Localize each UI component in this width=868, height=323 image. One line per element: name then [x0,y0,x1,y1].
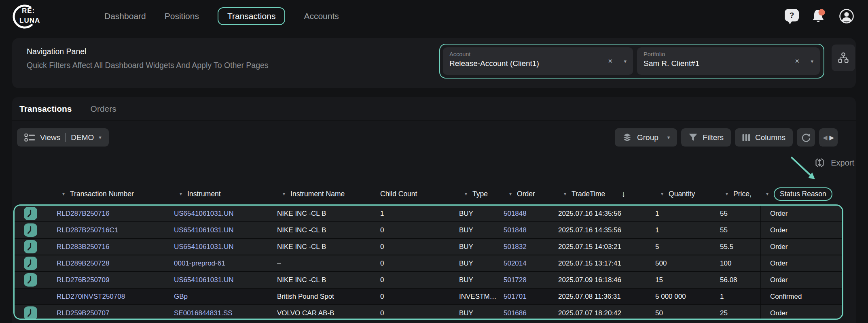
tab-transactions[interactable]: Transactions [19,104,72,114]
table-toolbar: Group ▾ Filters Columns ◀ ▶ [615,128,838,147]
table-row[interactable]: RLD276B250709US6541061031.UNNIKE INC -CL… [15,272,842,288]
cell-order[interactable]: 501728 [504,272,558,288]
portfolio-caret-icon[interactable]: ▾ [811,58,813,64]
tab-bar: Transactions Orders [12,97,856,120]
column-header-tradetime[interactable]: ▾TradeTime↓ [558,189,655,199]
portfolio-clear-icon[interactable]: × [795,57,799,66]
columns-button[interactable]: Columns [735,128,793,147]
table-row[interactable]: RLD259B250707SE0016844831.SSVOLVO CAR AB… [15,305,842,320]
filters-button[interactable]: Filters [681,128,731,147]
column-menu-icon[interactable]: ▾ [283,191,285,197]
cell-order[interactable]: 501686 [504,305,558,320]
cell-tradetime: 2025.07.08 11:36:31 [558,289,655,304]
quick-filters-group: Account Release-Account (Client1) × ▾ Po… [439,44,824,79]
portfolio-select[interactable]: Portfolio Sam R. Client#1 × ▾ [637,47,820,75]
cell-txn[interactable]: RLD287B250716C1 [57,222,174,238]
cell-order[interactable]: 501848 [504,206,558,221]
notifications-button[interactable] [810,7,828,25]
column-header-order[interactable]: ▾Order [504,190,558,198]
cell-order[interactable]: 502014 [504,255,558,271]
cell-instrument[interactable]: 0001-preprod-61 [174,255,277,271]
group-button[interactable]: Group ▾ [615,128,677,147]
column-header-name[interactable]: ▾Instrument Name [277,190,380,198]
column-menu-icon[interactable]: ▾ [62,191,65,197]
column-label-name: Instrument Name [290,190,345,198]
cell-child: 0 [380,255,459,271]
help-button[interactable]: ? [785,8,799,24]
brand-text-bottom: LUNA [19,17,40,25]
cell-status: Order [760,239,843,255]
cell-txn[interactable]: RLD259B250707 [57,305,174,320]
column-menu-icon[interactable]: ▾ [661,191,663,197]
column-menu-icon[interactable]: ▾ [564,191,566,197]
cell-txn[interactable]: RLD276B250709 [57,272,174,288]
account-select[interactable]: Account Release-Account (Client1) × ▾ [443,47,633,75]
nav-item-accounts[interactable]: Accounts [304,11,339,21]
cell-txn[interactable]: RLD283B250716 [57,239,174,255]
export-button[interactable]: Export [814,157,854,168]
cell-txn[interactable]: RLD289B250728 [57,255,174,271]
nav-item-transactions[interactable]: Transactions [218,7,285,25]
cell-txn[interactable]: RLD270INVST250708 [57,289,174,304]
cell-order[interactable]: 501848 [504,222,558,238]
top-navigation: Dashboard Positions Transactions Account… [104,0,339,32]
table-row[interactable]: RLD287B250716US6541061031.UNNIKE INC -CL… [15,206,842,221]
nav-item-positions[interactable]: Positions [165,11,199,21]
export-icon [814,157,825,168]
column-menu-icon[interactable]: ▾ [465,191,467,197]
cell-instrument[interactable]: US6541061031.UN [174,272,277,288]
cell-status: Order [760,222,843,238]
portfolio-controls: × ▾ [795,57,813,66]
cell-instrument[interactable]: US6541061031.UN [174,222,277,238]
tab-orders[interactable]: Orders [91,104,116,114]
column-menu-icon[interactable]: ▾ [180,191,182,197]
cell-instrument[interactable]: GBp [174,289,277,304]
column-header-type[interactable]: ▾Type [459,190,504,198]
cell-quantity: 5 [655,239,720,255]
cell-instrument[interactable]: US6541061031.UN [174,239,277,255]
column-menu-icon[interactable]: ▾ [509,191,512,197]
sort-desc-icon[interactable]: ↓ [621,189,625,199]
top-actions: ? [785,0,855,32]
cell-instrument[interactable]: US6541061031.UN [174,206,277,221]
clock-icon [23,206,38,221]
notification-dot [819,9,825,16]
prev-columns-icon[interactable]: ◀ [823,134,828,141]
cell-price: 55.5 [720,239,760,255]
column-menu-icon[interactable]: ▾ [726,191,728,197]
nav-item-dashboard[interactable]: Dashboard [104,11,146,21]
cell-instrument[interactable]: SE0016844831.SS [174,305,277,320]
column-header-quantity[interactable]: ▾Quantity [655,190,720,198]
hierarchy-button[interactable] [832,45,855,71]
column-header-child[interactable]: Child Count [380,190,459,198]
column-header-price[interactable]: ▾Price, [720,190,760,198]
cell-txn[interactable]: RLD287B250716 [57,206,174,221]
views-button[interactable]: Views DEMO ▾ [17,128,109,147]
filters-label: Filters [703,133,724,142]
table-header-row: ▾Transaction Number▾Instrument▾Instrumen… [15,184,845,204]
table-row[interactable]: RLD287B250716C1US6541061031.UNNIKE INC -… [15,222,842,238]
table-row[interactable]: RLD283B250716US6541061031.UNNIKE INC -CL… [15,239,842,255]
views-caret-icon: ▾ [99,134,102,140]
account-clear-icon[interactable]: × [608,57,612,66]
funnel-icon [688,133,698,142]
brand-logo[interactable]: RE: LUNA [12,4,45,30]
next-columns-icon[interactable]: ▶ [830,134,834,141]
profile-button[interactable] [838,8,855,25]
table-row[interactable]: RLD289B2507280001-preprod-61–0BUY5020142… [15,255,842,271]
refresh-button[interactable] [797,128,815,147]
account-label: Account [449,51,627,57]
column-header-txn[interactable]: ▾Transaction Number [57,190,174,198]
table-row[interactable]: RLD270INVST250708GBpBritish Pound Spot0I… [15,289,842,304]
cell-order[interactable]: 501701 [504,289,558,304]
column-header-instrument[interactable]: ▾Instrument [174,190,277,198]
clock-icon [23,256,38,270]
column-pager-button[interactable]: ◀ ▶ [819,128,838,147]
cell-order[interactable]: 501832 [504,239,558,255]
column-menu-icon[interactable]: ▾ [766,191,768,197]
account-controls: × ▾ [608,57,627,66]
column-header-status[interactable]: ▾Status Reason [760,187,845,201]
cell-price: 25 [720,305,760,320]
account-caret-icon[interactable]: ▾ [624,58,627,64]
cell-type: BUY [459,272,504,288]
